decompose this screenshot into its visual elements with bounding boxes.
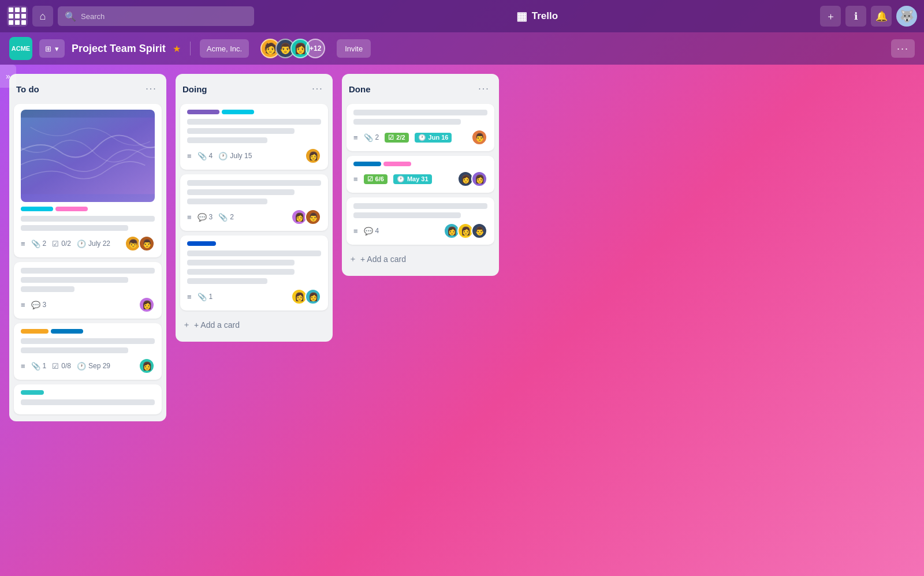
checklist-badge: ☑ 2/2	[385, 133, 408, 143]
avatar-image: 🐺	[900, 9, 914, 23]
svg-rect-0	[21, 118, 155, 195]
card-doing-1[interactable]: ≡ 📎 4 🕐 July 15 👩	[180, 104, 328, 170]
board-title: Project Team Spirit	[72, 43, 166, 55]
home-button[interactable]: ⌂	[32, 6, 53, 27]
list-icon: ≡	[187, 213, 192, 222]
attachment-count: 1	[43, 362, 47, 370]
apps-button[interactable]	[7, 6, 28, 27]
notifications-button[interactable]: 🔔	[871, 6, 892, 27]
star-button[interactable]: ★	[173, 43, 181, 54]
plus-icon: ＋	[182, 320, 191, 330]
chevron-down-icon: ▾	[55, 44, 59, 53]
checklist-icon: ☑	[52, 240, 59, 248]
comment-count: 4	[375, 227, 379, 235]
card-meta-checklist: ☑ 0/2	[52, 240, 71, 248]
card-text-1	[187, 250, 321, 256]
due-date: July 22	[88, 240, 110, 248]
workspace-label[interactable]: Acme, Inc.	[200, 39, 249, 58]
search-icon: 🔍	[65, 11, 76, 22]
card-text-4	[187, 278, 267, 284]
member-count-badge[interactable]: +12	[305, 39, 325, 58]
card-meta-list: ≡	[21, 362, 25, 371]
card-done-1[interactable]: ≡ 📎 2 ☑ 2/2 🕐 Jun 16 👨	[346, 104, 494, 151]
card-text-2	[353, 212, 461, 218]
add-card-doing[interactable]: ＋ + Add a card	[180, 315, 328, 335]
card-footer: ≡ 💬 3 📎 2 👩 👨	[187, 209, 321, 225]
workspace-logo[interactable]: ACME	[9, 37, 32, 60]
card-todo-1[interactable]: ≡ 📎 2 ☑ 0/2 🕐 July 22 👦 👨	[14, 104, 162, 257]
add-card-label: + Add a card	[194, 320, 240, 330]
attachment-count: 4	[209, 152, 213, 160]
card-labels	[187, 110, 321, 114]
label-teal	[21, 390, 44, 395]
attachment-count: 2	[43, 240, 47, 248]
header-divider	[190, 42, 191, 55]
card-text-1	[353, 110, 487, 115]
member-avatars-group: 🧑 👨 👩 +12	[260, 39, 325, 58]
invite-button[interactable]: Invite	[337, 39, 371, 58]
card-todo-3[interactable]: ≡ 📎 1 ☑ 0/8 🕐 Sep 29 👩	[14, 323, 162, 380]
card-cover	[21, 110, 155, 202]
card-doing-3[interactable]: ≡ 📎 1 👩 👩	[180, 235, 328, 311]
list-todo-header: To do ···	[14, 81, 162, 97]
card-doing-2[interactable]: ≡ 💬 3 📎 2 👩 👨	[180, 174, 328, 231]
due-date: July 15	[230, 152, 252, 160]
card-text-1	[21, 216, 155, 222]
card-meta-comments: 💬 3	[31, 301, 47, 309]
dots-icon: ···	[478, 84, 489, 94]
info-button[interactable]: ℹ	[845, 6, 866, 27]
comment-icon: 💬	[198, 213, 207, 222]
card-done-3[interactable]: ≡ 💬 4 👩 👩 👨	[346, 197, 494, 245]
checklist-progress: 0/8	[61, 362, 71, 370]
add-card-done[interactable]: ＋ + Add a card	[346, 249, 494, 269]
list-doing-menu[interactable]: ···	[310, 81, 326, 97]
dots-icon: ···	[312, 84, 323, 94]
card-footer: ≡ 📎 2 ☑ 2/2 🕐 Jun 16 👨	[353, 129, 487, 145]
label-blue	[51, 329, 83, 334]
checklist-progress: 0/2	[61, 240, 71, 248]
app-title: ▦ Trello	[259, 9, 815, 23]
card-meta-due: 🕐 July 15	[218, 152, 252, 160]
dots-icon: ···	[146, 84, 157, 94]
list-doing-header: Doing ···	[180, 81, 328, 97]
list-icon: ≡	[21, 301, 25, 309]
checklist-badge: ☑ 6/6	[364, 174, 388, 184]
clock-icon: 🕐	[218, 152, 228, 160]
card-meta-list: ≡	[353, 133, 358, 142]
card-labels	[21, 207, 155, 211]
comment-count: 3	[43, 301, 47, 309]
board-more-button[interactable]: ···	[891, 39, 915, 58]
card-text-2	[187, 260, 295, 265]
label-blue2	[187, 241, 216, 246]
label-pink2	[383, 162, 411, 166]
card-todo-2[interactable]: ≡ 💬 3 👩	[14, 262, 162, 319]
card-avatars: 👦 👨	[125, 235, 155, 252]
workspace-menu-button[interactable]: ⊞ ▾	[39, 39, 65, 58]
list-done-menu[interactable]: ···	[476, 81, 492, 97]
sidebar-toggle[interactable]: »	[0, 65, 16, 88]
create-button[interactable]: ＋	[820, 6, 841, 27]
card-text-2	[21, 225, 128, 231]
list-todo-menu[interactable]: ···	[143, 81, 159, 97]
card-labels	[187, 241, 321, 246]
card-text-1	[187, 180, 321, 186]
search-bar[interactable]: 🔍 Search	[58, 6, 254, 26]
card-done-2[interactable]: ≡ ☑ 6/6 🕐 May 31 👩 👩	[346, 156, 494, 193]
list-todo: To do ···	[9, 74, 166, 421]
paperclip-icon: 📎	[31, 362, 40, 371]
trello-logo-icon: ▦	[516, 9, 527, 23]
card-footer: ≡ 📎 2 ☑ 0/2 🕐 July 22 👦 👨	[21, 235, 155, 252]
card-meta-list: ≡	[353, 175, 358, 184]
card-todo-4[interactable]	[14, 384, 162, 414]
label-purple	[187, 110, 219, 114]
chevron-right-icon: »	[6, 72, 10, 81]
list-icon: ≡	[353, 175, 358, 184]
card-meta-list: ≡	[187, 213, 192, 222]
app-name: Trello	[532, 10, 558, 22]
list-done-header: Done ···	[346, 81, 494, 97]
label-pink	[55, 207, 88, 211]
user-avatar[interactable]: 🐺	[896, 6, 917, 27]
label-yellow	[21, 329, 49, 334]
list-doing-title: Doing	[182, 84, 207, 94]
card-text-1	[21, 399, 155, 405]
